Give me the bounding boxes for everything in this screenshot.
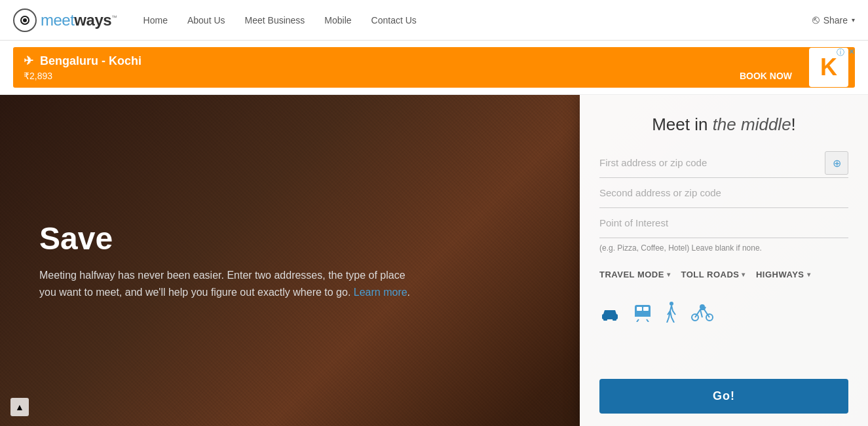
ad-route: Bengaluru - Kochi bbox=[40, 54, 142, 68]
logo[interactable]: meetways™ bbox=[13, 9, 117, 32]
nav-contact[interactable]: Contact Us bbox=[371, 15, 417, 26]
transit-mode-button[interactable] bbox=[633, 302, 652, 323]
panel-title: Meet in the middle! bbox=[599, 115, 848, 135]
highways-dropdown[interactable]: HIGHWAYS ▾ bbox=[756, 270, 810, 279]
toll-roads-dropdown[interactable]: TOLL ROADS ▾ bbox=[681, 270, 745, 279]
highways-arrow-icon: ▾ bbox=[807, 271, 811, 278]
bike-mode-button[interactable] bbox=[691, 302, 713, 323]
go-button[interactable]: Go! bbox=[599, 379, 848, 414]
nav-about[interactable]: About Us bbox=[187, 15, 225, 26]
ad-banner: ⓘ ✕ ✈ Bengaluru - Kochi ₹2,893 BOOK NOW … bbox=[0, 41, 868, 95]
book-now-button[interactable]: BOOK NOW bbox=[740, 71, 792, 81]
ad-flight-section: ✈ Bengaluru - Kochi ₹2,893 BOOK NOW bbox=[13, 47, 802, 88]
svg-rect-4 bbox=[637, 307, 642, 311]
hero-content: Save Meeting halfway has never been easi… bbox=[0, 95, 511, 426]
travel-options-row: TRAVEL MODE ▾ TOLL ROADS ▾ HIGHWAYS ▾ bbox=[599, 270, 848, 279]
ad-k-letter: K bbox=[820, 54, 837, 81]
plane-icon: ✈ bbox=[24, 54, 33, 68]
nav-home[interactable]: Home bbox=[143, 15, 168, 26]
scroll-arrow-icon: ▲ bbox=[15, 402, 24, 412]
learn-more-link[interactable]: Learn more bbox=[354, 287, 407, 298]
second-address-input[interactable] bbox=[599, 178, 848, 208]
ad-close-icon[interactable]: ✕ bbox=[848, 47, 855, 58]
logo-text: meetways™ bbox=[41, 11, 117, 29]
svg-point-12 bbox=[700, 305, 704, 309]
first-address-group: ⊕ bbox=[599, 148, 848, 178]
meet-panel: Meet in the middle! ⊕ (e.g. Pizza, Coffe… bbox=[580, 95, 868, 426]
share-button[interactable]: ⎋ Share ▾ bbox=[812, 13, 855, 27]
svg-point-9 bbox=[670, 302, 673, 306]
hero-description: Meeting halfway has never been easier. E… bbox=[39, 267, 419, 300]
header: meetways™ Home About Us Meet Business Mo… bbox=[0, 0, 868, 41]
svg-line-8 bbox=[647, 319, 649, 322]
travel-mode-dropdown[interactable]: TRAVEL MODE ▾ bbox=[599, 270, 670, 279]
highways-label: HIGHWAYS bbox=[756, 270, 804, 279]
panel-title-em: the middle bbox=[713, 115, 791, 134]
toll-roads-label: TOLL ROADS bbox=[681, 270, 739, 279]
share-icon: ⎋ bbox=[812, 13, 820, 27]
mode-icons-row bbox=[599, 295, 848, 329]
toll-roads-arrow-icon: ▾ bbox=[742, 271, 745, 278]
ad-price-row: ₹2,893 BOOK NOW bbox=[24, 71, 792, 88]
car-mode-button[interactable] bbox=[599, 302, 620, 323]
nav-business[interactable]: Meet Business bbox=[245, 15, 305, 26]
svg-line-7 bbox=[637, 319, 639, 322]
ad-info-icon[interactable]: ⓘ bbox=[837, 47, 844, 58]
share-label: Share bbox=[823, 15, 848, 26]
hero-desc-text: Meeting halfway has never been easier. E… bbox=[39, 270, 406, 298]
ad-flight-title: ✈ Bengaluru - Kochi bbox=[24, 47, 792, 71]
main-nav: Home About Us Meet Business Mobile Conta… bbox=[143, 15, 812, 26]
poi-input[interactable] bbox=[599, 208, 848, 238]
logo-icon bbox=[13, 9, 37, 32]
svg-rect-5 bbox=[643, 307, 649, 311]
first-address-input[interactable] bbox=[599, 148, 848, 178]
travel-mode-arrow-icon: ▾ bbox=[667, 271, 671, 278]
nav-mobile[interactable]: Mobile bbox=[324, 15, 351, 26]
poi-hint: (e.g. Pizza, Coffee, Hotel) Leave blank … bbox=[599, 243, 848, 253]
ad-controls: ⓘ ✕ bbox=[837, 47, 855, 58]
walk-mode-button[interactable] bbox=[665, 302, 678, 323]
svg-rect-6 bbox=[635, 314, 651, 317]
logo-dot bbox=[22, 17, 28, 24]
main-section: Save Meeting halfway has never been easi… bbox=[0, 95, 868, 426]
first-location-button[interactable]: ⊕ bbox=[825, 151, 848, 175]
poi-group bbox=[599, 208, 848, 238]
travel-mode-label: TRAVEL MODE bbox=[599, 270, 664, 279]
crosshair-icon: ⊕ bbox=[833, 157, 841, 169]
ad-price: ₹2,893 bbox=[24, 71, 52, 81]
second-address-group bbox=[599, 178, 848, 208]
scroll-up-button[interactable]: ▲ bbox=[10, 398, 29, 416]
hero-save-heading: Save bbox=[39, 221, 472, 257]
share-chevron-icon: ▾ bbox=[852, 16, 855, 24]
